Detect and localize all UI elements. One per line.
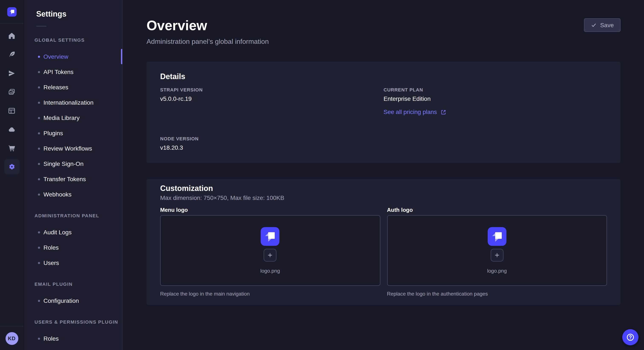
strapi-logo-preview bbox=[488, 227, 506, 246]
section-header: GLOBAL SETTINGS bbox=[34, 37, 122, 43]
subnav-section-admin-panel: ADMINISTRATION PANEL Audit Logs Roles Us… bbox=[24, 213, 122, 270]
menu-logo-upload: Menu logo logo.png Replace the logo in t… bbox=[160, 207, 380, 297]
subnav-item-review-workflows[interactable]: Review Workflows bbox=[24, 141, 122, 156]
current-plan-field: CURRENT PLAN Enterprise Edition See all … bbox=[384, 87, 607, 116]
bullet-icon bbox=[38, 117, 40, 119]
layout-icon[interactable] bbox=[4, 103, 20, 118]
upload-label: Auth logo bbox=[387, 207, 607, 213]
subnav-item-internationalization[interactable]: Internationalization bbox=[24, 95, 122, 110]
user-avatar[interactable]: KD bbox=[5, 332, 18, 345]
logo-filename: logo.png bbox=[260, 268, 280, 274]
menu-logo-dropzone[interactable]: logo.png bbox=[160, 215, 380, 286]
bullet-icon bbox=[38, 178, 40, 180]
logo-filename: logo.png bbox=[487, 268, 507, 274]
subnav-item-overview[interactable]: Overview bbox=[24, 49, 122, 64]
external-link-icon bbox=[440, 109, 446, 115]
bullet-icon bbox=[38, 71, 40, 73]
workspace-logo-button[interactable] bbox=[0, 0, 24, 24]
bullet-icon bbox=[38, 231, 40, 233]
bullet-icon bbox=[38, 147, 40, 150]
subnav-title-divider bbox=[36, 26, 46, 26]
help-button[interactable] bbox=[622, 329, 638, 345]
main-content: Overview Save Administration panel’s glo… bbox=[123, 0, 644, 350]
field-value: Enterprise Edition bbox=[384, 95, 607, 103]
page-header: Overview Save bbox=[146, 18, 620, 33]
page-title: Overview bbox=[146, 18, 207, 33]
field-value: v18.20.3 bbox=[160, 144, 384, 151]
auth-logo-dropzone[interactable]: logo.png bbox=[387, 215, 607, 286]
subnav-section-users-permissions: USERS & PERMISSIONS PLUGIN Roles Provide… bbox=[24, 319, 122, 350]
subnav-item-single-sign-on[interactable]: Single Sign-On bbox=[24, 156, 122, 172]
bullet-icon bbox=[38, 101, 40, 104]
details-card-title: Details bbox=[160, 73, 607, 80]
bullet-icon bbox=[38, 132, 40, 134]
section-header: USERS & PERMISSIONS PLUGIN bbox=[34, 319, 122, 325]
bullet-icon bbox=[38, 55, 40, 58]
pricing-plans-link[interactable]: See all pricing plans bbox=[384, 108, 607, 116]
subnav-item-roles[interactable]: Roles bbox=[24, 240, 122, 255]
customization-card: Customization Max dimension: 750×750, Ma… bbox=[146, 179, 620, 305]
upload-label: Menu logo bbox=[160, 207, 380, 213]
upload-hint: Replace the logo in the main navigation bbox=[160, 291, 380, 297]
auth-logo-upload: Auth logo logo.png Replace the logo in t… bbox=[387, 207, 607, 297]
cloud-icon[interactable] bbox=[4, 122, 20, 137]
subnav-item-api-tokens[interactable]: API Tokens bbox=[24, 64, 122, 80]
subnav-item-plugins[interactable]: Plugins bbox=[24, 126, 122, 141]
question-icon bbox=[626, 333, 635, 342]
strapi-logo-icon bbox=[7, 7, 16, 16]
page-subtitle: Administration panel’s global informatio… bbox=[146, 37, 620, 45]
bullet-icon bbox=[38, 262, 40, 264]
feather-icon[interactable] bbox=[4, 47, 20, 62]
customization-card-title: Customization bbox=[160, 184, 607, 192]
plus-icon bbox=[494, 252, 500, 258]
subnav-title: Settings bbox=[36, 9, 122, 19]
subnav-item-users[interactable]: Users bbox=[24, 255, 122, 270]
details-card: Details STRAPI VERSION v5.0.0-rc.19 CURR… bbox=[146, 62, 620, 163]
gear-icon[interactable] bbox=[4, 159, 20, 174]
rail-icon-list bbox=[4, 28, 20, 174]
settings-subnav: Settings GLOBAL SETTINGS Overview API To… bbox=[24, 0, 123, 350]
strapi-logo-preview bbox=[261, 227, 280, 246]
subnav-item-media-library[interactable]: Media Library bbox=[24, 110, 122, 126]
main-nav-rail: KD bbox=[0, 0, 24, 350]
subnav-item-audit-logs[interactable]: Audit Logs bbox=[24, 224, 122, 240]
subnav-section-email-plugin: EMAIL PLUGIN Configuration bbox=[24, 282, 122, 308]
field-label: CURRENT PLAN bbox=[384, 87, 607, 93]
subnav-item-transfer-tokens[interactable]: Transfer Tokens bbox=[24, 172, 122, 187]
pictures-icon[interactable] bbox=[4, 84, 20, 100]
add-logo-button[interactable] bbox=[264, 249, 277, 262]
section-header: EMAIL PLUGIN bbox=[34, 282, 122, 288]
add-logo-button[interactable] bbox=[491, 249, 504, 262]
bullet-icon bbox=[38, 300, 40, 302]
cart-icon[interactable] bbox=[4, 140, 20, 156]
bullet-icon bbox=[38, 338, 40, 340]
field-label: STRAPI VERSION bbox=[160, 87, 384, 93]
bullet-icon bbox=[38, 246, 40, 249]
strapi-version-field: STRAPI VERSION v5.0.0-rc.19 bbox=[160, 87, 384, 116]
check-icon bbox=[591, 22, 597, 28]
subnav-item-releases[interactable]: Releases bbox=[24, 80, 122, 95]
upload-hint: Replace the logo in the authentication p… bbox=[387, 291, 607, 297]
section-header: ADMINISTRATION PANEL bbox=[34, 213, 122, 219]
rail-footer-divider bbox=[0, 326, 24, 327]
rail-footer: KD bbox=[0, 326, 24, 350]
active-item-indicator bbox=[121, 49, 122, 64]
bullet-icon bbox=[38, 86, 40, 88]
node-version-field: NODE VERSION v18.20.3 bbox=[160, 136, 384, 151]
field-value: v5.0.0-rc.19 bbox=[160, 95, 384, 103]
subnav-item-configuration[interactable]: Configuration bbox=[24, 293, 122, 308]
bullet-icon bbox=[38, 163, 40, 165]
bullet-icon bbox=[38, 193, 40, 195]
home-icon[interactable] bbox=[4, 28, 20, 43]
send-icon[interactable] bbox=[4, 65, 20, 81]
field-label: NODE VERSION bbox=[160, 136, 384, 142]
subnav-item-webhooks[interactable]: Webhooks bbox=[24, 187, 122, 202]
subnav-item-up-roles[interactable]: Roles bbox=[24, 331, 122, 346]
plus-icon bbox=[267, 252, 273, 258]
app-root: KD Settings GLOBAL SETTINGS Overview API… bbox=[0, 0, 644, 350]
save-button[interactable]: Save bbox=[584, 18, 620, 32]
subnav-section-global: GLOBAL SETTINGS Overview API Tokens Rele… bbox=[24, 37, 122, 202]
customization-constraints: Max dimension: 750×750, Max file size: 1… bbox=[160, 194, 607, 201]
subnav-item-up-providers[interactable]: Providers bbox=[24, 346, 122, 350]
